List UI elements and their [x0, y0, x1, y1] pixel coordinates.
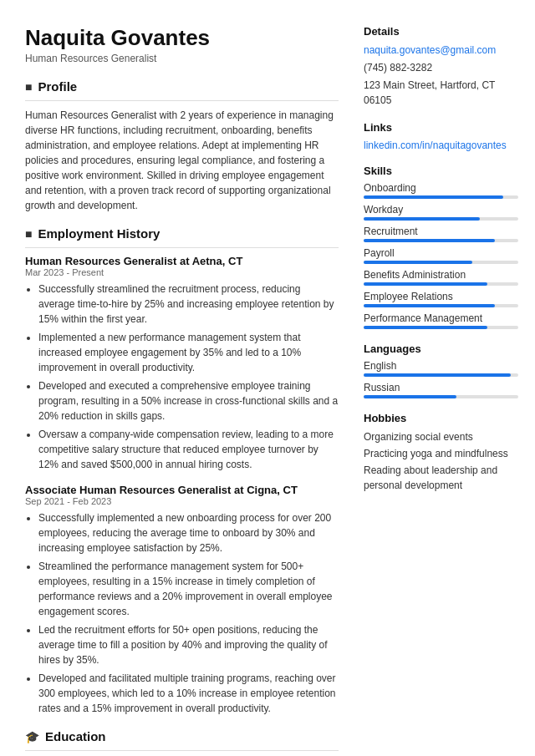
- hobbies-heading: Hobbies: [364, 412, 518, 424]
- job-bullet: Streamlined the performance management s…: [38, 559, 339, 619]
- skill-name: Benefits Administration: [364, 269, 518, 281]
- skill-name: Recruitment: [364, 226, 518, 237]
- skills-section: Skills OnboardingWorkdayRecruitmentPayro…: [364, 165, 518, 329]
- job-date: Mar 2023 - Present: [25, 267, 339, 277]
- skill-name: Payroll: [364, 247, 518, 259]
- language-name: English: [364, 360, 518, 372]
- language-bar-fill: [364, 373, 511, 377]
- skill-bar-fill: [364, 326, 487, 329]
- job-entry: Associate Human Resources Generalist at …: [25, 484, 339, 716]
- hobbies-section: Hobbies Organizing social eventsPractici…: [364, 412, 518, 493]
- skill-name: Workday: [364, 204, 518, 216]
- job-title: Associate Human Resources Generalist at …: [25, 484, 339, 496]
- candidate-name: Naquita Govantes: [25, 25, 339, 51]
- skill-bar-bg: [364, 195, 518, 199]
- skills-heading: Skills: [364, 165, 518, 177]
- skill-bar-bg: [364, 326, 518, 329]
- profile-text: Human Resources Generalist with 2 years …: [25, 108, 339, 213]
- employment-heading: ■ Employment History: [25, 226, 339, 241]
- education-icon: 🎓: [25, 730, 39, 743]
- skill-name: Onboarding: [364, 182, 518, 194]
- skill-bar-fill: [364, 304, 495, 307]
- skill-item: Recruitment: [364, 226, 518, 242]
- candidate-title: Human Resources Generalist: [25, 53, 339, 64]
- language-bar-bg: [364, 395, 518, 398]
- employment-icon: ■: [25, 227, 32, 241]
- job-title: Human Resources Generalist at Aetna, CT: [25, 255, 339, 267]
- skill-bar-bg: [364, 261, 518, 264]
- job-entry: Human Resources Generalist at Aetna, CTM…: [25, 255, 339, 472]
- skill-bar-fill: [364, 217, 480, 221]
- links-heading: Links: [364, 121, 518, 134]
- job-bullet: Oversaw a company-wide compensation revi…: [38, 427, 339, 472]
- job-bullet: Developed and facilitated multiple train…: [38, 671, 339, 716]
- hobby-item: Practicing yoga and mindfulness: [364, 446, 518, 461]
- links-section: Links linkedin.com/in/naquitagovantes: [364, 121, 518, 151]
- profile-heading: ■ Profile: [25, 79, 339, 94]
- skill-name: Performance Management: [364, 312, 518, 324]
- skill-bar-fill: [364, 261, 472, 264]
- skill-bar-bg: [364, 304, 518, 307]
- skill-bar-fill: [364, 239, 495, 242]
- skill-item: Benefits Administration: [364, 269, 518, 286]
- skill-bar-bg: [364, 282, 518, 286]
- job-bullet: Developed and executed a comprehensive e…: [38, 378, 339, 424]
- skill-bar-fill: [364, 282, 487, 286]
- job-bullet: Successfully streamlined the recruitment…: [38, 282, 339, 327]
- skill-item: Payroll: [364, 247, 518, 264]
- skill-item: Onboarding: [364, 182, 518, 199]
- languages-heading: Languages: [364, 342, 518, 355]
- resume-header: Naquita Govantes Human Resources General…: [25, 25, 339, 64]
- skill-item: Workday: [364, 204, 518, 221]
- details-section: Details naquita.govantes@gmail.com (745)…: [364, 25, 518, 108]
- skill-item: Performance Management: [364, 312, 518, 329]
- linkedin-link[interactable]: linkedin.com/in/naquitagovantes: [364, 140, 507, 151]
- skill-bar-bg: [364, 217, 518, 221]
- skill-bar-fill: [364, 195, 503, 199]
- job-bullet: Implemented a new performance management…: [38, 330, 339, 375]
- job-bullet: Successfully implemented a new onboardin…: [38, 510, 339, 556]
- detail-address: 123 Main Street, Hartford, CT 06105: [364, 78, 518, 108]
- languages-section: Languages EnglishRussian: [364, 342, 518, 398]
- profile-icon: ■: [25, 80, 32, 94]
- job-date: Sep 2021 - Feb 2023: [25, 496, 339, 506]
- job-bullet: Led the recruitment efforts for 50+ open…: [38, 622, 339, 667]
- language-bar-bg: [364, 373, 518, 377]
- language-name: Russian: [364, 382, 518, 393]
- skill-bar-bg: [364, 239, 518, 242]
- detail-phone: (745) 882-3282: [364, 60, 518, 75]
- language-item: Russian: [364, 382, 518, 398]
- language-item: English: [364, 360, 518, 377]
- employment-section: ■ Employment History Human Resources Gen…: [25, 226, 339, 716]
- skill-name: Employee Relations: [364, 291, 518, 302]
- language-bar-fill: [364, 395, 456, 398]
- hobby-item: Reading about leadership and personal de…: [364, 463, 518, 493]
- email-link[interactable]: naquita.govantes@gmail.com: [364, 44, 496, 56]
- hobby-item: Organizing social events: [364, 429, 518, 444]
- details-heading: Details: [364, 25, 518, 38]
- skill-item: Employee Relations: [364, 291, 518, 307]
- detail-email: naquita.govantes@gmail.com: [364, 43, 518, 58]
- education-heading: 🎓 Education: [25, 729, 339, 743]
- education-section: 🎓 Education Bachelor of Science in Human…: [25, 729, 339, 756]
- profile-section: ■ Profile Human Resources Generalist wit…: [25, 79, 339, 213]
